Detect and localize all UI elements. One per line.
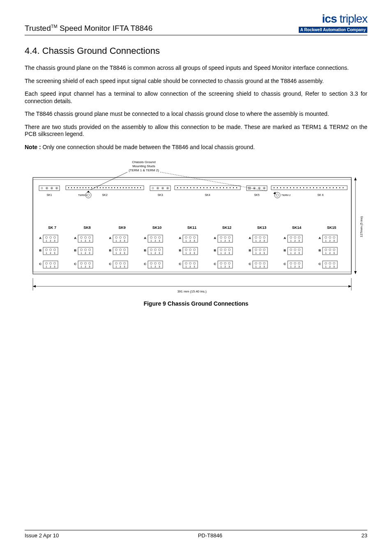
pin-number: 1 xyxy=(46,265,47,268)
pin-number: 3 xyxy=(194,265,195,268)
svg-point-89 xyxy=(290,187,291,188)
terminal-pin xyxy=(294,249,296,251)
paragraph-5: There are two studs provided on the asse… xyxy=(25,124,367,138)
content: 4.4. Chassis Ground Connections The chas… xyxy=(0,35,392,307)
svg-point-30 xyxy=(108,187,109,188)
pin-number: 2 xyxy=(85,265,86,268)
row-label: C xyxy=(74,262,76,266)
term1-label: TERM 1 xyxy=(78,194,88,196)
svg-point-91 xyxy=(297,187,297,188)
sk4-pins xyxy=(177,187,237,188)
row-label: C xyxy=(109,262,111,266)
pin-number: 3 xyxy=(54,240,55,242)
svg-point-104 xyxy=(339,187,340,188)
row-label: B xyxy=(179,249,181,252)
terminal-pin xyxy=(185,249,187,251)
svg-point-58 xyxy=(200,187,201,188)
figure-container: Chassis Ground Mounting Studs (TERM 1 & … xyxy=(25,159,367,307)
svg-point-28 xyxy=(103,187,104,188)
pin-number: 2 xyxy=(154,265,156,268)
terminal-pin xyxy=(124,249,126,251)
svg-point-9 xyxy=(51,188,52,189)
svg-marker-110 xyxy=(33,285,36,288)
term2-label: TERM 2 xyxy=(281,194,291,196)
sk13-label: SK13 xyxy=(257,226,267,230)
terminal-pin xyxy=(115,237,118,239)
svg-point-94 xyxy=(307,187,307,188)
svg-point-96 xyxy=(313,187,314,188)
svg-marker-14 xyxy=(87,191,90,192)
svg-point-103 xyxy=(336,187,337,188)
terminal-pin xyxy=(298,263,300,265)
row-label: C xyxy=(249,262,251,266)
row-label: B xyxy=(249,249,251,252)
svg-point-29 xyxy=(106,187,106,188)
terminal-pin xyxy=(150,263,152,265)
terminal-pin xyxy=(228,249,231,251)
sk3-label: SK3 xyxy=(157,193,163,196)
terminal-pin xyxy=(154,249,157,251)
terminal-pin xyxy=(81,263,83,265)
row-label: B xyxy=(144,249,146,252)
svg-point-101 xyxy=(330,187,330,188)
pin-number: 2 xyxy=(224,240,226,242)
terminal-pin xyxy=(50,249,52,251)
pin-number: 3 xyxy=(228,240,230,242)
terminal-pin xyxy=(333,263,335,265)
terminal-pin xyxy=(124,237,126,239)
svg-point-60 xyxy=(207,187,208,188)
svg-point-52 xyxy=(180,187,181,188)
svg-rect-83 xyxy=(271,186,347,190)
svg-point-79 xyxy=(264,188,265,189)
row-label: B xyxy=(284,249,286,252)
terminal-pin xyxy=(150,237,152,239)
row-label: C xyxy=(284,262,286,266)
svg-point-62 xyxy=(213,187,214,188)
pin-number: 2 xyxy=(120,240,121,242)
pin-number: 1 xyxy=(115,240,117,242)
svg-point-54 xyxy=(187,187,188,188)
terminal-pin xyxy=(298,237,300,239)
terminal-pin xyxy=(54,263,56,265)
row-label: B xyxy=(214,249,216,252)
svg-point-38 xyxy=(131,187,132,188)
pin-number: 1 xyxy=(185,252,187,254)
terminal-pin xyxy=(329,237,331,239)
pin-number: 3 xyxy=(298,265,300,268)
pin-number: 3 xyxy=(54,252,55,254)
terminal-pin xyxy=(46,249,48,251)
pin-number: 3 xyxy=(159,240,160,242)
svg-point-17 xyxy=(71,187,72,188)
terminal-pin xyxy=(50,263,52,265)
svg-point-7 xyxy=(46,188,47,189)
svg-point-57 xyxy=(197,187,198,188)
svg-point-32 xyxy=(114,187,115,188)
pin-number: 3 xyxy=(333,240,335,242)
logo-sub: A Rockwell Automation Company xyxy=(299,27,367,33)
terminal-pin xyxy=(255,237,257,239)
pin-number: 3 xyxy=(333,252,335,254)
pin-number: 3 xyxy=(54,265,55,268)
terminal-pin xyxy=(194,237,196,239)
section-number: 4.4. xyxy=(25,46,40,56)
pin-number: 1 xyxy=(255,265,257,268)
terminal-pin xyxy=(115,263,118,265)
title-prefix: Trusted xyxy=(25,24,51,32)
terminal-pin xyxy=(290,263,292,265)
svg-point-13 xyxy=(87,194,90,196)
svg-point-33 xyxy=(117,187,118,188)
row-label: B xyxy=(74,249,76,252)
pin-number: 1 xyxy=(115,265,117,268)
svg-point-27 xyxy=(100,187,101,188)
terminal-pin xyxy=(120,249,122,251)
sk15-label: SK15 xyxy=(327,226,337,230)
width-label: 391 mm (15.40 ins.) xyxy=(177,290,206,293)
terminal-pin xyxy=(224,249,226,251)
svg-point-59 xyxy=(203,187,204,188)
terminal-pin xyxy=(228,263,231,265)
pin-number: 2 xyxy=(329,265,331,268)
terminal-pin xyxy=(329,249,331,251)
sk2-label: SK2 xyxy=(102,193,107,196)
terminal-pin xyxy=(294,237,296,239)
pin-number: 1 xyxy=(150,265,152,268)
